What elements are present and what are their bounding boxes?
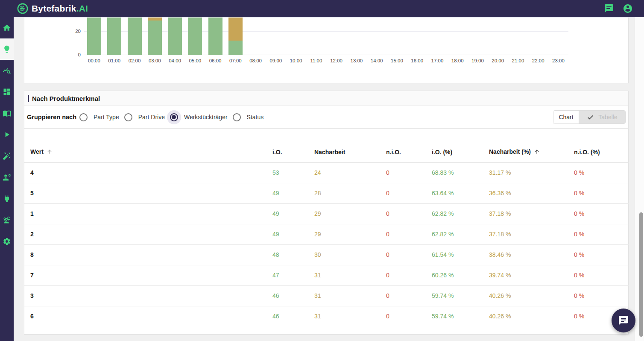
cell: 4 [24, 162, 272, 183]
scrollbar-thumb[interactable] [639, 212, 643, 337]
x-axis-line [84, 55, 568, 55]
x-axis-label: 11:00 [306, 58, 326, 63]
cell: 0 [386, 203, 432, 224]
sort-arrow-icon [534, 149, 540, 156]
table-row: 34631059.74 %40.26 %0 % [24, 285, 629, 306]
run-play-icon [3, 130, 11, 139]
sidebar-item-insights-lightbulb[interactable] [0, 38, 14, 60]
cell: 0 % [574, 265, 629, 285]
cell: 0 [386, 183, 432, 203]
x-axis-label: 00:00 [84, 58, 105, 63]
sidebar-item-engineering[interactable] [0, 167, 14, 188]
toggle-tabelle[interactable]: Tabelle [579, 111, 625, 123]
cell: 37.18 % [489, 203, 574, 224]
bar-segment-i.O. [128, 17, 142, 55]
radio-option-werkst-cktr-ger[interactable]: Werkstückträger [167, 110, 230, 124]
x-axis-label: 23:00 [548, 58, 568, 63]
sidebar-item-magic-wand[interactable] [0, 145, 14, 167]
brand-logo[interactable]: Bytefabrik.AI [17, 3, 88, 14]
cell: 48 [272, 244, 314, 265]
cell: 31.17 % [489, 162, 574, 183]
x-axis-label: 15:00 [386, 58, 407, 63]
toggle-chart[interactable]: Chart [553, 111, 579, 123]
radio-option-status[interactable]: Status [230, 110, 266, 124]
table-row: 74731060.26 %39.74 %0 % [24, 265, 629, 285]
x-axis-label: 02:00 [124, 58, 145, 63]
cell: 40.26 % [489, 306, 574, 326]
column-header-nacharbeit-[interactable]: Nacharbeit (%) [489, 142, 574, 162]
sidebar-item-home[interactable] [0, 17, 14, 38]
cell: 59.74 % [432, 285, 489, 306]
cell: 61.54 % [432, 244, 489, 265]
cell: 0 % [574, 224, 629, 244]
panel-header: Nach Produktmerkmal [24, 91, 628, 106]
cell: 0 % [574, 285, 629, 306]
chat-fab-button[interactable] [612, 309, 635, 332]
chat-bubble-icon [618, 315, 629, 326]
cell: 0 % [574, 162, 629, 183]
sidebar-item-settings-gear[interactable] [0, 231, 14, 252]
group-by-label: Gruppieren nach [27, 114, 76, 121]
feature-table: Werti.O.Nacharbeitn.i.O.i.O. (%)Nacharbe… [24, 142, 629, 326]
x-axis-label: 19:00 [467, 58, 488, 63]
x-axis-label: 21:00 [508, 58, 528, 63]
radio-circle[interactable] [170, 113, 178, 121]
radio-circle[interactable] [233, 113, 241, 121]
sidebar-item-power-plug[interactable] [0, 188, 14, 209]
cell: 68.83 % [432, 162, 489, 183]
x-axis-label: 12:00 [326, 58, 347, 63]
scrollbar-track[interactable] [635, 17, 644, 341]
column-header-nacharbeit[interactable]: Nacharbeit [314, 142, 386, 162]
cell: 24 [314, 162, 386, 183]
stacked-bar-chart: 02000:0001:0002:0003:0004:0005:0006:0007… [24, 17, 628, 83]
column-header-n-i-o-[interactable]: n.i.O. (%) [574, 142, 629, 162]
cell: 62.82 % [432, 203, 489, 224]
chat-icon[interactable] [604, 3, 614, 14]
sidebar-item-dashboard[interactable] [0, 81, 14, 103]
cell: 3 [24, 285, 272, 306]
cell: 46 [272, 306, 314, 326]
radio-option-part-type[interactable]: Part Type [76, 110, 121, 124]
radio-circle[interactable] [124, 113, 132, 121]
bar-segment-i.O. [87, 17, 101, 55]
cell: 37.18 % [489, 224, 574, 244]
bar-segment-i.O. [208, 17, 222, 55]
column-header-n-i-o-[interactable]: n.i.O. [386, 142, 432, 162]
cell: 0 % [574, 244, 629, 265]
sidebar [0, 17, 14, 341]
sidebar-item-robot-arm[interactable] [0, 209, 14, 231]
brand-name: Bytefabrik.AI [32, 3, 88, 14]
sidebar-item-analytics-search[interactable] [0, 60, 14, 81]
y-axis-label: 0 [24, 52, 81, 58]
cell: 0 [386, 224, 432, 244]
check-icon [587, 114, 594, 121]
radio-circle[interactable] [79, 113, 88, 121]
x-axis-label: 04:00 [165, 58, 185, 63]
cell: 63.64 % [432, 183, 489, 203]
home-icon [3, 24, 11, 32]
sort-arrow-icon [47, 149, 53, 156]
x-axis-label: 14:00 [366, 58, 387, 63]
hourly-chart-card: 02000:0001:0002:0003:0004:0005:0006:0007… [24, 17, 629, 83]
column-header-i-o-[interactable]: i.O. (%) [432, 142, 489, 162]
column-header-i-o-[interactable]: i.O. [272, 142, 314, 162]
y-axis-label: 20 [24, 29, 81, 34]
top-bar: Bytefabrik.AI [0, 0, 644, 17]
product-feature-panel: Nach Produktmerkmal Gruppieren nach Part… [24, 91, 629, 335]
cell: 2 [24, 224, 272, 244]
x-axis-label: 13:00 [346, 58, 367, 63]
cell: 0 [386, 306, 432, 326]
cell: 38.46 % [489, 244, 574, 265]
x-axis-label: 22:00 [528, 58, 548, 63]
table-row: 54928063.64 %36.36 %0 % [24, 183, 629, 203]
sidebar-item-documentation-book[interactable] [0, 103, 14, 124]
radio-label: Werkstückträger [184, 114, 228, 121]
column-header-wert[interactable]: Wert [24, 142, 272, 162]
account-icon[interactable] [623, 3, 633, 14]
engineering-icon [3, 173, 11, 182]
cell: 53 [272, 162, 314, 183]
cell: 28 [314, 183, 386, 203]
sidebar-item-run-play[interactable] [0, 124, 14, 145]
radio-option-part-drive[interactable]: Part Drive [121, 110, 167, 124]
radio-label: Status [247, 114, 264, 121]
